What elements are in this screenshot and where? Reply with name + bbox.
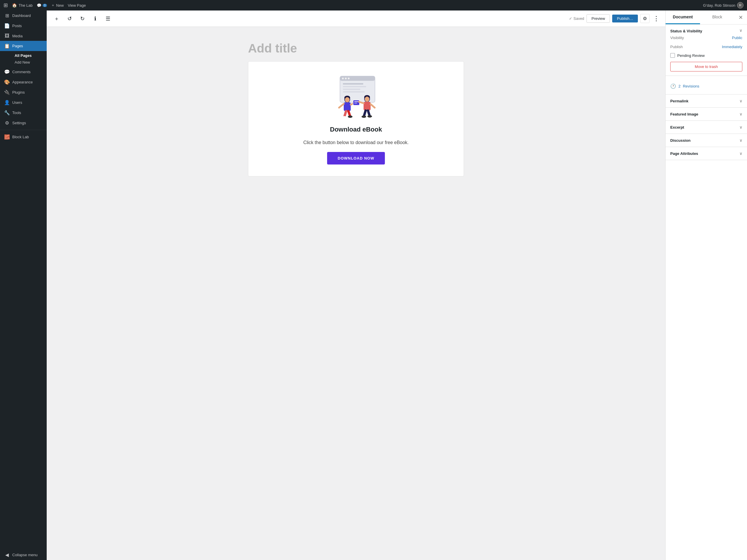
svg-line-27 — [370, 104, 375, 108]
page-content: Download eBook Click the button below to… — [248, 61, 464, 177]
svg-point-17 — [348, 115, 353, 118]
settings-gear-button[interactable]: ⚙ — [640, 14, 649, 23]
panel-close-button[interactable]: ✕ — [735, 12, 747, 23]
svg-rect-6 — [343, 86, 366, 87]
sidebar-label-settings: Settings — [12, 121, 26, 125]
settings-icon: ⚙ — [4, 120, 10, 126]
sidebar-label-users: Users — [12, 100, 22, 105]
pending-review-checkbox[interactable] — [670, 53, 675, 58]
svg-point-16 — [342, 116, 347, 118]
sidebar-label-posts: Posts — [12, 24, 22, 28]
tools-icon: 🔧 — [4, 110, 10, 115]
svg-rect-21 — [354, 103, 357, 104]
sidebar-item-appearance[interactable]: 🎨 Appearance — [0, 77, 47, 87]
svg-rect-25 — [364, 102, 370, 110]
visibility-value[interactable]: Public — [732, 35, 742, 40]
sidebar-item-dashboard[interactable]: ⊞ Dashboard — [0, 10, 47, 21]
publish-value[interactable]: Immediately — [722, 45, 742, 49]
revisions-link[interactable]: 🕐 2 Revisions — [670, 80, 742, 90]
ebook-illustration — [324, 73, 388, 120]
user-greeting[interactable]: G'day, Rob Stinson R — [703, 2, 744, 8]
svg-rect-8 — [343, 91, 365, 92]
list-view-button[interactable]: ☰ — [103, 14, 113, 24]
wp-logo-icon: ⊞ — [3, 2, 8, 8]
sidebar-label-comments: Comments — [12, 70, 31, 74]
tab-block[interactable]: Block — [700, 10, 735, 24]
sidebar-item-posts[interactable]: 📄 Posts — [0, 21, 47, 31]
permalink-section: Permalink ∨ — [666, 95, 747, 108]
panel-tabs: Document Block ✕ — [666, 10, 747, 25]
publish-row: Publish Immediately — [670, 42, 742, 51]
sidebar-item-all-pages[interactable]: All Pages — [12, 52, 47, 59]
svg-point-3 — [345, 78, 347, 79]
permalink-header[interactable]: Permalink ∨ — [670, 99, 742, 103]
sidebar-label-pages: Pages — [12, 44, 23, 48]
comments-count: 0 — [43, 4, 47, 7]
tab-document[interactable]: Document — [666, 10, 700, 24]
svg-point-18 — [345, 97, 350, 102]
excerpt-header[interactable]: Excerpt ∨ — [670, 125, 742, 130]
home-icon: 🏠 — [12, 3, 17, 7]
page-title-input[interactable]: Add title — [248, 38, 464, 61]
editor-topbar: ＋ ↺ ↻ ℹ ☰ ✓ Saved Preview Publish… ⚙ ⋮ — [47, 10, 665, 27]
excerpt-title: Excerpt — [670, 125, 684, 130]
appearance-icon: 🎨 — [4, 79, 10, 85]
svg-rect-5 — [343, 83, 363, 85]
featured-image-header[interactable]: Featured Image ∨ — [670, 112, 742, 116]
add-block-button[interactable]: ＋ — [51, 14, 62, 24]
move-to-trash-button[interactable]: Move to trash — [670, 62, 742, 72]
page-attributes-chevron-icon: ∨ — [740, 151, 742, 156]
saved-status: ✓ Saved — [569, 16, 584, 21]
svg-line-14 — [344, 111, 346, 117]
saved-label-text: Saved — [573, 16, 584, 21]
sidebar-item-comments[interactable]: 💬 Comments — [0, 67, 47, 77]
view-page-label: View Page — [68, 3, 86, 7]
status-chevron-icon: ∧ — [740, 29, 742, 33]
svg-point-24 — [365, 97, 369, 102]
ebook-download-button[interactable]: DOWNLOAD NOW — [327, 152, 385, 164]
new-menu-item[interactable]: ＋ New — [51, 3, 63, 8]
featured-image-chevron-icon: ∨ — [740, 112, 742, 116]
plugins-icon: 🔌 — [4, 89, 10, 95]
sidebar-item-add-new[interactable]: Add New — [12, 59, 47, 65]
preview-button[interactable]: Preview — [587, 14, 610, 23]
discussion-title: Discussion — [670, 138, 690, 143]
status-visibility-section: Status & Visibility ∧ Visibility Public … — [666, 25, 747, 76]
revisions-section: 🕐 2 Revisions — [666, 76, 747, 95]
permalink-chevron-icon: ∨ — [740, 99, 742, 103]
status-visibility-title: Status & Visibility — [670, 29, 702, 33]
sidebar-item-users[interactable]: 👤 Users — [0, 98, 47, 108]
admin-bar-site[interactable]: 🏠 The Lab — [12, 3, 33, 7]
sidebar-label-appearance: Appearance — [12, 80, 33, 84]
sidebar-label-plugins: Plugins — [12, 90, 25, 95]
svg-point-4 — [348, 78, 350, 79]
sidebar-item-plugins[interactable]: 🔌 Plugins — [0, 87, 47, 98]
discussion-header[interactable]: Discussion ∨ — [670, 138, 742, 143]
sidebar-item-settings[interactable]: ⚙ Settings — [0, 118, 47, 128]
sidebar-item-tools[interactable]: 🔧 Tools — [0, 108, 47, 118]
status-visibility-header[interactable]: Status & Visibility ∧ — [670, 29, 742, 33]
ebook-block[interactable]: Download eBook Click the button below to… — [248, 61, 464, 177]
sidebar-label-media: Media — [12, 34, 23, 38]
info-button[interactable]: ℹ — [90, 14, 100, 24]
page-attributes-header[interactable]: Page Attributes ∨ — [670, 151, 742, 156]
checkmark-icon: ✓ — [569, 16, 572, 21]
pending-review-row: Pending Review — [670, 51, 742, 59]
undo-button[interactable]: ↺ — [64, 14, 75, 24]
revisions-count: 2 — [678, 84, 680, 88]
view-page-link[interactable]: View Page — [68, 3, 86, 7]
svg-point-30 — [362, 115, 366, 118]
collapse-menu-button[interactable]: ◀ Collapse menu — [0, 550, 47, 560]
editor-canvas[interactable]: Add title — [47, 27, 665, 560]
more-options-button[interactable]: ⋮ — [652, 14, 661, 24]
comments-badge[interactable]: 💬 0 — [37, 3, 47, 7]
avatar: R — [737, 2, 744, 8]
sidebar-item-pages[interactable]: 📋 Pages — [0, 41, 47, 51]
excerpt-section: Excerpt ∨ — [666, 121, 747, 134]
sidebar-item-block-lab[interactable]: 🧱 Block Lab — [0, 132, 47, 142]
page-attributes-title: Page Attributes — [670, 151, 698, 156]
sidebar-item-media[interactable]: 🖼 Media — [0, 31, 47, 41]
posts-icon: 📄 — [4, 23, 10, 29]
publish-button[interactable]: Publish… — [612, 15, 638, 23]
redo-button[interactable]: ↻ — [77, 14, 87, 24]
